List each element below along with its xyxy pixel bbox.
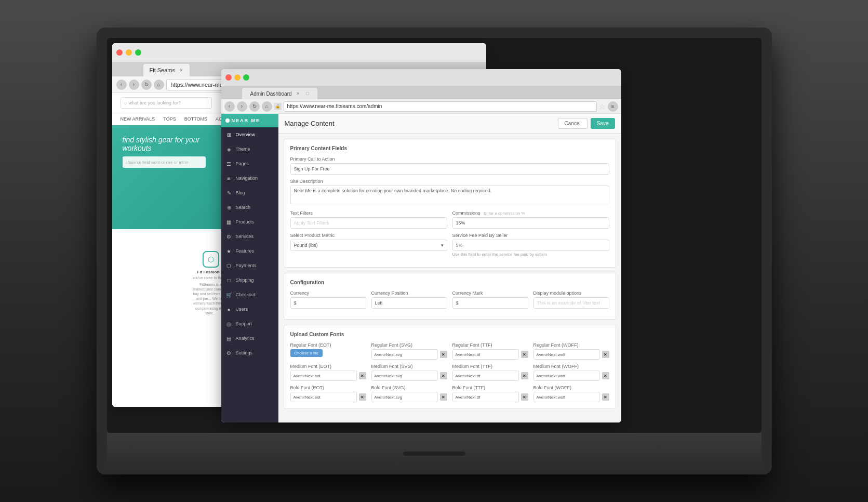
- bold-eot-value: AvenirNext.eot: [290, 392, 357, 402]
- sidebar-item-navigation[interactable]: ≡ Navigation: [221, 171, 278, 186]
- sidebar-item-search[interactable]: ⊕ Search: [221, 200, 278, 215]
- menu-new-arrivals[interactable]: NEW ARRIVALS: [121, 116, 155, 122]
- medium-woff-clear-button[interactable]: ✕: [602, 372, 609, 379]
- choose-file-button[interactable]: Choose a file: [290, 349, 323, 357]
- laptop-base: [107, 433, 762, 474]
- service-fee-input[interactable]: 5%: [452, 240, 609, 251]
- menu-bottoms[interactable]: BOTTOMS: [184, 116, 207, 122]
- currency-input[interactable]: $: [290, 297, 366, 309]
- tab-close-icon[interactable]: ✕: [179, 68, 183, 73]
- bold-ttf-field: Bold Font (TTF) AvenirNext.ttf ✕: [452, 385, 528, 402]
- fitseams-search-input[interactable]: ⌕ what are you looking for?: [121, 97, 212, 109]
- medium-eot-clear-button[interactable]: ✕: [359, 372, 366, 379]
- hero-search[interactable]: ⌕ Search field word or nke or triton: [123, 156, 206, 168]
- medium-woff-field: Medium Font (WOFF) AvenirNext.woff ✕: [533, 364, 609, 381]
- medium-svg-clear-button[interactable]: ✕: [440, 372, 447, 379]
- forward-button[interactable]: ›: [129, 80, 139, 90]
- display-module-input[interactable]: This is an example of filter text: [533, 297, 609, 309]
- close-button[interactable]: [116, 49, 123, 56]
- regular-ttf-field: Regular Font (TTF) AvenirNext.ttf ✕: [452, 342, 528, 360]
- sidebar-item-features[interactable]: ★ Features: [221, 244, 278, 258]
- sidebar-item-theme[interactable]: ◈ Theme: [221, 142, 278, 156]
- sidebar-item-services[interactable]: ⚙ Services: [221, 229, 278, 244]
- menu-tops[interactable]: TOPS: [163, 116, 176, 122]
- product-metric-select[interactable]: Pound (lbs) ▾: [290, 240, 447, 251]
- sidebar-item-checkout[interactable]: 🛒 Checkout: [221, 287, 278, 302]
- home-button[interactable]: ⌂: [154, 80, 164, 90]
- sidebar-item-payments[interactable]: ⬡ Payments: [221, 258, 278, 273]
- admin-tab-close-icon[interactable]: ✕: [296, 91, 300, 96]
- admin-minimize-button[interactable]: [234, 74, 241, 81]
- regular-eot-input-row: Choose a file: [290, 349, 366, 357]
- regular-svg-clear-button[interactable]: ✕: [440, 351, 447, 358]
- admin-forward-button[interactable]: ›: [237, 101, 247, 112]
- save-button[interactable]: Save: [591, 118, 615, 129]
- bookmark-icon[interactable]: ☆: [599, 102, 606, 111]
- sidebar-item-analytics[interactable]: ▤ Analytics: [221, 331, 278, 346]
- admin-back-button[interactable]: ‹: [224, 101, 235, 112]
- site-desc-input[interactable]: Near Me is a complete solution for creat…: [290, 186, 609, 204]
- regular-ttf-value: AvenirNext.ttf: [452, 349, 519, 360]
- sidebar-item-users[interactable]: ● Users: [221, 302, 278, 316]
- bold-ttf-value: AvenirNext.ttf: [452, 392, 519, 402]
- admin-maximize-button[interactable]: [243, 74, 249, 81]
- bold-ttf-clear-button[interactable]: ✕: [521, 393, 528, 401]
- sidebar-item-blog[interactable]: ✎ Blog: [221, 186, 278, 200]
- regular-woff-clear-button[interactable]: ✕: [602, 351, 609, 358]
- sidebar-item-shipping[interactable]: □ Shipping: [221, 273, 278, 287]
- admin-menu-button[interactable]: ≡: [608, 101, 618, 112]
- sidebar-item-overview[interactable]: ⊞ Overview: [221, 127, 278, 142]
- admin-home-button[interactable]: ⌂: [262, 101, 272, 112]
- medium-woff-input-row: AvenirNext.woff ✕: [533, 371, 609, 381]
- sidebar-item-products[interactable]: ▦ Products: [221, 215, 278, 229]
- text-filters-input[interactable]: Apply Text Filters: [290, 217, 447, 229]
- commissions-value: 15%: [456, 220, 465, 226]
- regular-svg-input-row: AvenirNext.svg ✕: [371, 349, 447, 360]
- admin-reload-button[interactable]: ↻: [249, 101, 260, 112]
- currency-position-field: Currency Position Left: [371, 290, 447, 309]
- sidebar-item-support[interactable]: ◎ Support: [221, 316, 278, 331]
- admin-main-content: Manage Content Cancel Save Primary Conte…: [278, 114, 621, 422]
- medium-woff-label: Medium Font (WOFF): [533, 364, 609, 369]
- bold-svg-clear-button[interactable]: ✕: [440, 393, 447, 401]
- bold-woff-clear-button[interactable]: ✕: [602, 393, 609, 401]
- tab-label: Fit Seams: [150, 67, 176, 73]
- currency-position-input[interactable]: Left: [371, 297, 447, 309]
- admin-close-button[interactable]: [225, 74, 232, 81]
- maximize-button[interactable]: [135, 49, 141, 56]
- currency-label: Currency: [290, 290, 366, 296]
- primary-cta-input[interactable]: Sign Up For Free: [290, 163, 609, 175]
- config-fields: Currency $ Currency Position Left: [290, 290, 609, 313]
- sidebar-blog-label: Blog: [236, 190, 245, 195]
- regular-woff-input-row: AvenirNext.woff ✕: [533, 349, 609, 360]
- commissions-input[interactable]: 15%: [452, 217, 609, 229]
- reload-button[interactable]: ↻: [141, 80, 152, 90]
- currency-mark-input[interactable]: $: [452, 297, 528, 309]
- currency-mark-value: $: [456, 300, 459, 306]
- service-fee-label: Service Fee Paid By Seller: [452, 233, 609, 238]
- admin-tab-new-icon[interactable]: □: [306, 91, 309, 96]
- medium-svg-label: Medium Font (SVG): [371, 364, 447, 369]
- fitseams-tab[interactable]: Fit Seams ✕: [143, 64, 190, 76]
- settings-icon: ⚙: [225, 349, 233, 356]
- bold-eot-clear-button[interactable]: ✕: [359, 393, 366, 401]
- admin-dashboard-tab[interactable]: Admin Dashboard ✕ □: [242, 88, 317, 99]
- regular-woff-value: AvenirNext.woff: [533, 349, 600, 360]
- regular-ttf-clear-button[interactable]: ✕: [521, 351, 528, 358]
- admin-url-input[interactable]: https://www.near-me.fitseams.com/admin: [284, 101, 597, 112]
- currency-mark-field: Currency Mark $: [452, 290, 528, 309]
- sidebar-item-pages[interactable]: ☰ Pages: [221, 156, 278, 171]
- regular-ttf-label: Regular Font (TTF): [452, 342, 528, 348]
- search-icon: ⊕: [225, 204, 233, 211]
- currency-position-label: Currency Position: [371, 290, 447, 296]
- blog-icon: ✎: [225, 189, 233, 196]
- medium-ttf-clear-button[interactable]: ✕: [521, 372, 528, 379]
- cancel-button[interactable]: Cancel: [558, 118, 587, 129]
- bold-font-row: Bold Font (EOT) AvenirNext.eot ✕ Bold Fo…: [290, 385, 609, 402]
- back-button[interactable]: ‹: [116, 80, 127, 90]
- currency-field: Currency $: [290, 290, 366, 309]
- sidebar-item-settings[interactable]: ⚙ Settings: [221, 346, 278, 360]
- sidebar-logo: NEAR ME: [221, 114, 278, 127]
- minimize-button[interactable]: [126, 49, 132, 56]
- admin-address-bar: ‹ › ↻ ⌂ 🔒 https://www.near-me.fitseams.c…: [221, 99, 621, 114]
